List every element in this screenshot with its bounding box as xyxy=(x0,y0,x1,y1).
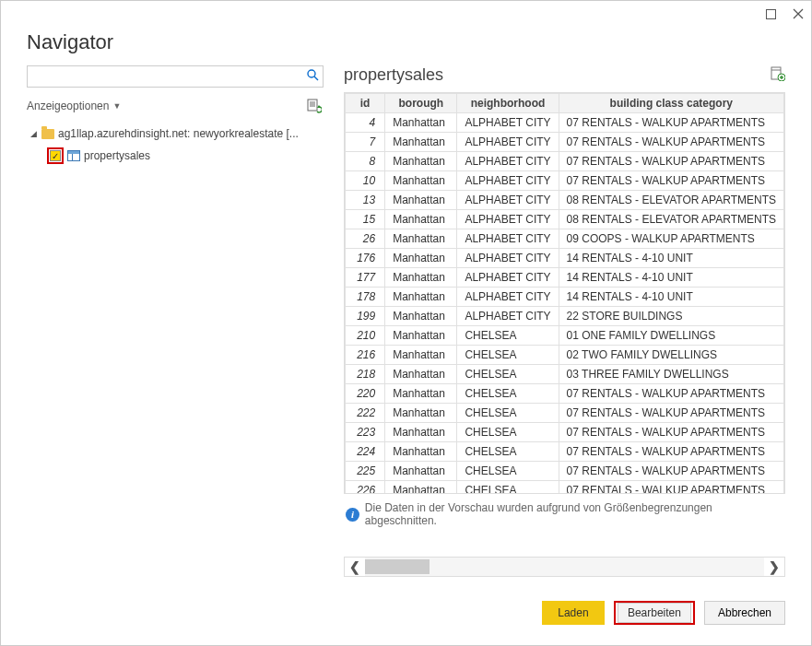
cell-neighborhood: ALPHABET CITY xyxy=(457,210,559,229)
col-header-borough[interactable]: borough xyxy=(385,94,457,113)
table-row[interactable]: 226ManhattanCHELSEA07 RENTALS - WALKUP A… xyxy=(346,481,784,495)
edit-button-highlight: Bearbeiten xyxy=(614,601,695,625)
cell-borough: Manhattan xyxy=(385,210,457,229)
cell-id: 223 xyxy=(346,423,385,442)
table-row[interactable]: 218ManhattanCHELSEA03 THREE FAMILY DWELL… xyxy=(346,365,784,384)
navigator-tree-pane: Anzeigeoptionen ▼ ◢ ag1llap.azurehdinsig… xyxy=(27,65,324,577)
page-title: Navigator xyxy=(27,30,785,54)
table-row[interactable]: 222ManhattanCHELSEA07 RENTALS - WALKUP A… xyxy=(346,404,784,423)
cell-id: 26 xyxy=(346,229,385,249)
maximize-button[interactable] xyxy=(765,8,776,19)
cell-category: 07 RENTALS - WALKUP APARTMENTS xyxy=(559,404,783,423)
cell-id: 177 xyxy=(346,268,385,288)
tree-root-label: ag1llap.azurehdinsight.net: newyorkreale… xyxy=(58,127,322,140)
cell-category: 14 RENTALS - 4-10 UNIT xyxy=(559,268,783,288)
cell-borough: Manhattan xyxy=(385,481,457,495)
table-row[interactable]: 225ManhattanCHELSEA07 RENTALS - WALKUP A… xyxy=(346,462,784,481)
cell-neighborhood: CHELSEA xyxy=(457,462,559,481)
table-row[interactable]: 223ManhattanCHELSEA07 RENTALS - WALKUP A… xyxy=(346,423,784,442)
cell-id: 178 xyxy=(346,288,385,307)
cell-category: 07 RENTALS - WALKUP APARTMENTS xyxy=(559,133,783,152)
cell-neighborhood: CHELSEA xyxy=(457,423,559,442)
svg-rect-0 xyxy=(766,9,775,18)
refresh-icon[interactable] xyxy=(307,99,322,113)
table-row[interactable]: 176ManhattanALPHABET CITY14 RENTALS - 4-… xyxy=(346,249,784,268)
svg-rect-5 xyxy=(308,100,317,111)
table-row[interactable]: 216ManhattanCHELSEA02 TWO FAMILY DWELLIN… xyxy=(346,346,784,365)
cell-borough: Manhattan xyxy=(385,404,457,423)
cell-borough: Manhattan xyxy=(385,191,457,210)
cell-id: 8 xyxy=(346,152,385,171)
scroll-right-button[interactable]: ❯ xyxy=(764,559,784,574)
cell-borough: Manhattan xyxy=(385,365,457,384)
col-header-id[interactable]: id xyxy=(346,94,385,113)
cell-category: 07 RENTALS - WALKUP APARTMENTS xyxy=(559,152,783,171)
tree-checkbox[interactable]: ✓ xyxy=(50,150,61,161)
table-row[interactable]: 224ManhattanCHELSEA07 RENTALS - WALKUP A… xyxy=(346,442,784,462)
cell-borough: Manhattan xyxy=(385,384,457,404)
table-row[interactable]: 199ManhattanALPHABET CITY22 STORE BUILDI… xyxy=(346,307,784,326)
cell-category: 01 ONE FAMILY DWELLINGS xyxy=(559,326,783,346)
cell-neighborhood: ALPHABET CITY xyxy=(457,229,559,249)
tree-root-node[interactable]: ◢ ag1llap.azurehdinsight.net: newyorkrea… xyxy=(27,123,324,145)
cell-neighborhood: CHELSEA xyxy=(457,404,559,423)
scroll-left-button[interactable]: ❮ xyxy=(345,559,365,574)
table-row[interactable]: 13ManhattanALPHABET CITY08 RENTALS - ELE… xyxy=(346,191,784,210)
search-icon xyxy=(302,69,323,84)
header: Navigator xyxy=(1,27,811,65)
col-header-category[interactable]: building class category xyxy=(559,94,783,113)
cell-category: 14 RENTALS - 4-10 UNIT xyxy=(559,288,783,307)
cell-borough: Manhattan xyxy=(385,229,457,249)
table-row[interactable]: 210ManhattanCHELSEA01 ONE FAMILY DWELLIN… xyxy=(346,326,784,346)
display-options-dropdown[interactable]: Anzeigeoptionen ▼ xyxy=(27,100,121,112)
tree-item-propertysales[interactable]: ✓ propertysales xyxy=(27,145,324,167)
cell-borough: Manhattan xyxy=(385,171,457,191)
table-row[interactable]: 220ManhattanCHELSEA07 RENTALS - WALKUP A… xyxy=(346,384,784,404)
scroll-thumb[interactable] xyxy=(365,559,430,574)
display-options-label: Anzeigeoptionen xyxy=(27,100,109,112)
caret-down-icon: ◢ xyxy=(29,129,38,138)
table-row[interactable]: 4ManhattanALPHABET CITY07 RENTALS - WALK… xyxy=(346,113,784,133)
col-header-neighborhood[interactable]: neighborhood xyxy=(457,94,559,113)
table-row[interactable]: 8ManhattanALPHABET CITY07 RENTALS - WALK… xyxy=(346,152,784,171)
cell-borough: Manhattan xyxy=(385,152,457,171)
table-header-row: id borough neighborhood building class c… xyxy=(346,94,784,113)
truncation-notice: i Die Daten in der Vorschau wurden aufgr… xyxy=(344,494,785,534)
table-row[interactable]: 10ManhattanALPHABET CITY07 RENTALS - WAL… xyxy=(346,171,784,191)
cancel-button[interactable]: Abbrechen xyxy=(704,601,785,625)
cell-category: 08 RENTALS - ELEVATOR APARTMENTS xyxy=(559,210,783,229)
table-row[interactable]: 15ManhattanALPHABET CITY08 RENTALS - ELE… xyxy=(346,210,784,229)
cell-neighborhood: ALPHABET CITY xyxy=(457,268,559,288)
cell-id: 218 xyxy=(346,365,385,384)
cell-borough: Manhattan xyxy=(385,249,457,268)
cell-id: 225 xyxy=(346,462,385,481)
table-icon xyxy=(67,150,80,161)
cell-neighborhood: ALPHABET CITY xyxy=(457,191,559,210)
cell-neighborhood: ALPHABET CITY xyxy=(457,171,559,191)
svg-line-4 xyxy=(314,76,318,80)
add-column-icon[interactable] xyxy=(771,66,785,84)
search-box[interactable] xyxy=(27,65,324,88)
cell-category: 07 RENTALS - WALKUP APARTMENTS xyxy=(559,113,783,133)
search-input[interactable] xyxy=(28,66,302,87)
horizontal-scrollbar[interactable]: ❮ ❯ xyxy=(344,557,785,577)
cell-neighborhood: ALPHABET CITY xyxy=(457,152,559,171)
cell-borough: Manhattan xyxy=(385,133,457,152)
cell-category: 07 RENTALS - WALKUP APARTMENTS xyxy=(559,171,783,191)
cell-category: 07 RENTALS - WALKUP APARTMENTS xyxy=(559,384,783,404)
edit-button[interactable]: Bearbeiten xyxy=(618,603,691,623)
cell-id: 220 xyxy=(346,384,385,404)
cell-category: 02 TWO FAMILY DWELLINGS xyxy=(559,346,783,365)
cell-borough: Manhattan xyxy=(385,462,457,481)
preview-pane: propertysales id borough neighborhood bu… xyxy=(344,65,785,577)
cell-category: 03 THREE FAMILY DWELLINGS xyxy=(559,365,783,384)
cell-neighborhood: CHELSEA xyxy=(457,481,559,495)
scroll-track[interactable] xyxy=(365,558,764,576)
table-row[interactable]: 7ManhattanALPHABET CITY07 RENTALS - WALK… xyxy=(346,133,784,152)
table-row[interactable]: 178ManhattanALPHABET CITY14 RENTALS - 4-… xyxy=(346,288,784,307)
close-button[interactable] xyxy=(793,8,804,19)
cell-category: 07 RENTALS - WALKUP APARTMENTS xyxy=(559,481,783,495)
load-button[interactable]: Laden xyxy=(542,601,605,625)
table-row[interactable]: 177ManhattanALPHABET CITY14 RENTALS - 4-… xyxy=(346,268,784,288)
table-row[interactable]: 26ManhattanALPHABET CITY09 COOPS - WALKU… xyxy=(346,229,784,249)
